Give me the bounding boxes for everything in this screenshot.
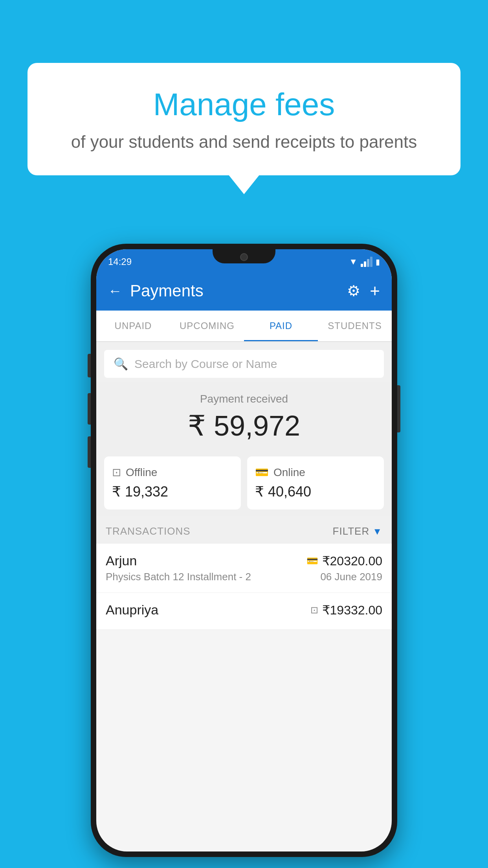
payment-cards-row: ⊡ Offline ₹ 19,332 💳 Online ₹ 40,640	[96, 450, 392, 516]
online-icon: 💳	[255, 466, 269, 479]
online-payment-card: 💳 Online ₹ 40,640	[247, 456, 384, 509]
volume-button-3	[88, 436, 91, 468]
page-title: Payments	[130, 281, 204, 300]
search-placeholder: Search by Course or Name	[134, 357, 277, 371]
back-button[interactable]: ←	[108, 283, 122, 299]
speech-bubble-title: Manage fees	[51, 86, 437, 123]
power-button	[397, 385, 400, 432]
filter-label: FILTER	[333, 525, 370, 537]
transaction-course-1: Physics Batch 12 Installment - 2	[106, 571, 251, 583]
offline-label: Offline	[126, 466, 157, 479]
payment-received-label: Payment received	[96, 393, 392, 405]
tab-students[interactable]: STUDENTS	[318, 311, 392, 341]
signal-icon	[361, 257, 372, 267]
phone-notch	[213, 249, 275, 263]
settings-icon[interactable]: ⚙	[347, 282, 360, 300]
transaction-name-1: Arjun	[106, 553, 137, 568]
battery-icon: ▮	[376, 257, 380, 267]
transaction-amount-1: ₹20320.00	[322, 554, 382, 568]
transactions-header: TRANSACTIONS FILTER ▼	[96, 516, 392, 544]
transaction-type-icon-2: ⊡	[310, 605, 318, 616]
volume-button-1	[88, 354, 91, 377]
status-time: 14:29	[108, 256, 132, 267]
front-camera	[240, 253, 248, 261]
status-icons: ▼ ▮	[349, 257, 380, 267]
phone-device: 14:29 ▼ ▮ ← Payments	[91, 244, 397, 857]
search-bar[interactable]: 🔍 Search by Course or Name	[104, 350, 384, 378]
speech-bubble: Manage fees of your students and send re…	[28, 63, 460, 175]
tab-upcoming[interactable]: UPCOMING	[170, 311, 244, 341]
speech-bubble-container: Manage fees of your students and send re…	[28, 63, 460, 175]
tab-paid[interactable]: PAID	[244, 311, 318, 341]
offline-icon: ⊡	[112, 466, 121, 479]
transaction-row[interactable]: Anupriya ⊡ ₹19332.00	[96, 593, 392, 630]
content-area: 🔍 Search by Course or Name Payment recei…	[96, 342, 392, 630]
app-header: ← Payments ⚙ +	[96, 271, 392, 311]
online-amount: ₹ 40,640	[255, 484, 376, 500]
transaction-date-1: 06 June 2019	[320, 571, 382, 583]
add-button[interactable]: +	[370, 281, 380, 301]
transaction-name-2: Anupriya	[106, 602, 158, 618]
transactions-label: TRANSACTIONS	[106, 525, 191, 537]
payment-received-section: Payment received ₹ 59,972	[96, 382, 392, 450]
speech-bubble-subtitle: of your students and send receipts to pa…	[51, 132, 437, 152]
payment-total-amount: ₹ 59,972	[96, 409, 392, 442]
search-icon: 🔍	[114, 357, 128, 371]
tab-unpaid[interactable]: UNPAID	[96, 311, 170, 341]
tab-bar: UNPAID UPCOMING PAID STUDENTS	[96, 311, 392, 342]
online-label: Online	[273, 466, 305, 479]
transaction-row[interactable]: Arjun 💳 ₹20320.00 Physics Batch 12 Insta…	[96, 544, 392, 593]
filter-button[interactable]: FILTER ▼	[333, 525, 382, 537]
offline-amount: ₹ 19,332	[112, 484, 233, 500]
filter-icon: ▼	[372, 526, 382, 537]
wifi-icon: ▼	[349, 257, 358, 267]
transaction-amount-2: ₹19332.00	[322, 603, 382, 618]
transaction-type-icon-1: 💳	[306, 555, 318, 566]
offline-payment-card: ⊡ Offline ₹ 19,332	[104, 456, 241, 509]
volume-button-2	[88, 393, 91, 425]
